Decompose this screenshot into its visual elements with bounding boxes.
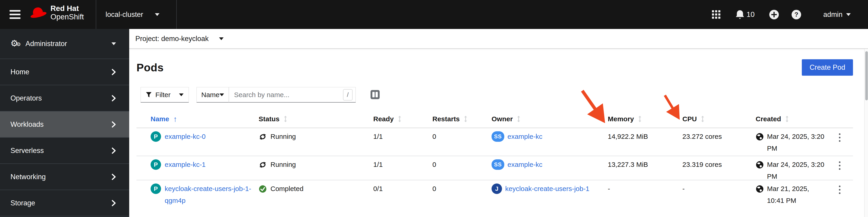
sort-both-icon (398, 115, 401, 123)
column-header-name[interactable]: Name ↑ (151, 114, 259, 124)
column-header-restarts[interactable]: Restarts (432, 114, 492, 124)
memory-cell: 13,227.3 MiB (608, 159, 682, 170)
ready-cell: 1/1 (373, 159, 432, 170)
status-text: Running (271, 131, 296, 142)
chevron-right-icon (112, 173, 116, 181)
svg-text:?: ? (794, 11, 798, 18)
globe-icon (756, 161, 764, 169)
restarts-cell: 0 (432, 159, 492, 170)
vertical-scrollbar-thumb[interactable] (865, 51, 868, 100)
project-selector[interactable]: Project: demo-keycloak (129, 29, 868, 49)
search-attribute-label: Name (201, 91, 219, 99)
help-question-icon[interactable]: ? (791, 9, 802, 20)
sidebar-item-label: Networking (10, 173, 46, 181)
cpu-cell: 23.319 cores (682, 159, 756, 170)
sidebar-item-networking[interactable]: Networking (0, 164, 129, 190)
sidebar-item-operators[interactable]: Operators (0, 85, 129, 111)
masthead-divider (176, 0, 177, 29)
search-attribute-dropdown[interactable]: Name (196, 87, 229, 103)
user-menu[interactable]: admin (824, 10, 851, 19)
filter-dropdown[interactable]: Filter (141, 87, 189, 103)
created-text: Mar 21, 2025, 10:41 PM (767, 183, 824, 207)
brand-line2: OpenShift (51, 12, 84, 21)
chevron-right-icon (112, 94, 116, 102)
masthead-divider (96, 0, 96, 29)
column-header-status[interactable]: Status (259, 114, 373, 124)
column-management-button[interactable] (370, 89, 380, 101)
kebab-menu-icon[interactable] (839, 131, 840, 142)
running-sync-icon (259, 133, 267, 141)
search-field: / (229, 87, 356, 103)
page-header: Pods Create Pod (129, 59, 868, 76)
app-launcher-icon[interactable] (712, 10, 721, 19)
sidebar-item-serverless[interactable]: Serverless (0, 138, 129, 164)
column-header-created[interactable]: Created (756, 114, 826, 124)
ready-cell: 1/1 (373, 131, 432, 142)
perspective-switcher[interactable]: ⚙⚙ Administrator (0, 29, 129, 59)
memory-cell: - (608, 183, 682, 195)
sort-both-icon (464, 115, 467, 123)
chevron-down-icon (846, 13, 851, 16)
column-header-ready[interactable]: Ready (373, 114, 432, 124)
columns-icon (370, 89, 380, 100)
owner-link[interactable]: example-kc (507, 131, 542, 142)
sidebar-item-label: Home (10, 68, 29, 76)
project-label: Project: demo-keycloak (135, 35, 209, 43)
pods-table: Name ↑ Status Ready Restarts Owner Memor… (136, 111, 853, 210)
restarts-cell: 0 (432, 131, 492, 142)
pod-link[interactable]: keycloak-create-users-job-1-qgm4p (165, 183, 256, 207)
pod-link[interactable]: example-kc-1 (165, 159, 206, 170)
column-header-owner[interactable]: Owner (492, 114, 608, 124)
globe-icon (756, 133, 764, 141)
chevron-down-icon (219, 37, 224, 40)
openshift-logo[interactable]: Red Hat OpenShift (29, 4, 84, 21)
cluster-selector[interactable]: local-cluster (105, 0, 159, 29)
restarts-cell: 0 (432, 183, 492, 195)
sort-both-icon (284, 115, 287, 123)
status-cell: Running (259, 159, 373, 170)
pod-badge: P (151, 131, 161, 142)
sidebar-item-home[interactable]: Home (0, 59, 129, 85)
brand-line1: Red Hat (51, 4, 84, 12)
owner-cell: SS example-kc (492, 159, 608, 170)
kebab-menu-icon[interactable] (839, 159, 840, 170)
status-cell: Running (259, 131, 373, 142)
created-text: Mar 24, 2025, 3:20 PM (767, 159, 824, 182)
filter-funnel-icon (146, 92, 152, 98)
search-input[interactable] (229, 87, 356, 103)
actions-cell (826, 183, 853, 194)
filter-label: Filter (155, 91, 170, 99)
masthead: Red Hat OpenShift local-cluster 10 (0, 0, 868, 29)
sidebar-item-workloads[interactable]: Workloads (0, 111, 129, 138)
created-cell: Mar 24, 2025, 3:20 PM (756, 159, 826, 182)
sidebar-item-storage[interactable]: Storage (0, 190, 129, 216)
create-pod-button[interactable]: Create Pod (802, 59, 853, 76)
sidebar-item-label: Storage (10, 199, 35, 207)
column-header-memory[interactable]: Memory (608, 114, 682, 124)
memory-cell: 14,922.2 MiB (608, 131, 682, 142)
table-header-row: Name ↑ Status Ready Restarts Owner Memor… (136, 111, 853, 128)
owner-link[interactable]: example-kc (507, 159, 542, 170)
name-cell: P example-kc-0 (151, 131, 259, 142)
running-sync-icon (259, 161, 267, 169)
vertical-scrollbar-track[interactable] (864, 49, 868, 217)
globe-icon (756, 185, 764, 193)
import-plus-icon[interactable] (769, 9, 779, 20)
sort-both-icon (638, 115, 642, 123)
ready-cell: 0/1 (373, 183, 432, 195)
chevron-right-icon (112, 121, 116, 128)
menu-toggle-icon[interactable] (9, 9, 21, 20)
brand-text: Red Hat OpenShift (51, 4, 84, 21)
notification-count: 10 (747, 10, 755, 19)
created-cell: Mar 21, 2025, 10:41 PM (756, 183, 826, 207)
status-text: Completed (271, 183, 304, 195)
kebab-menu-icon[interactable] (839, 183, 840, 194)
sidebar-item-label: Serverless (10, 146, 44, 155)
pod-link[interactable]: example-kc-0 (165, 131, 206, 142)
status-cell: Completed (259, 183, 373, 195)
owner-link[interactable]: keycloak-create-users-job-1 (505, 183, 589, 195)
column-header-cpu[interactable]: CPU (682, 114, 756, 124)
cluster-name: local-cluster (105, 10, 143, 19)
notifications-bell-icon[interactable] (736, 10, 744, 19)
actions-cell (826, 159, 853, 170)
